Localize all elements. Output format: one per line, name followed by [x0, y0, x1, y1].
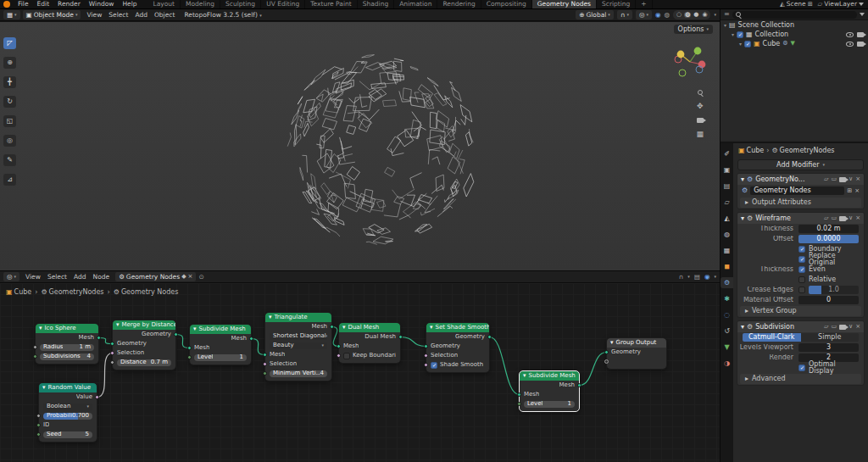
extras-menu-icon[interactable]: ∨: [849, 324, 853, 330]
node-dual-mesh[interactable]: ▾Dual MeshDual MeshMeshKeep Boundaries: [339, 323, 400, 363]
display-render-icon[interactable]: [839, 325, 846, 330]
pan-icon[interactable]: ✥: [697, 103, 704, 110]
properties-tab-world[interactable]: ◍: [721, 229, 733, 240]
level-input-socket[interactable]: [517, 402, 521, 406]
value-output-socket[interactable]: [95, 395, 99, 399]
node-canvas[interactable]: ▣Cube›⚙GeometryNodes›⚙Geometry Nodes ▾Ic…: [0, 283, 720, 462]
node-merge-by-distance[interactable]: ▾Merge by DistanceGeometryGeometrySelect…: [113, 320, 175, 370]
extras-menu-icon[interactable]: ∨: [849, 215, 853, 221]
extras-menu-icon[interactable]: ∨: [849, 176, 853, 182]
mesh-input-socket[interactable]: [517, 392, 521, 397]
node-group-selector[interactable]: ⚙ Geometry Nodes ◆ ×: [115, 272, 196, 281]
node-header[interactable]: ▾Group Output: [607, 338, 666, 348]
node-editor-type-button[interactable]: ◎▾: [3, 272, 19, 281]
even-checkbox[interactable]: [798, 266, 805, 273]
viewport-menu-add[interactable]: Add: [131, 12, 151, 19]
camera-icon[interactable]: [697, 118, 704, 123]
new-scene-icon[interactable]: ⊞: [808, 2, 813, 8]
display-editmode-icon[interactable]: ▱: [824, 324, 828, 330]
collapse-icon[interactable]: ▾: [39, 326, 42, 331]
disclosure-icon[interactable]: ▾: [724, 23, 726, 28]
empty-input-socket[interactable]: [604, 359, 609, 364]
hide-in-viewport-icon[interactable]: [846, 42, 854, 47]
node-subdivide-mesh-1[interactable]: ▾Subdivide MeshMeshMeshLevel1: [190, 325, 251, 365]
level-field[interactable]: Level1: [524, 401, 575, 408]
shade-smooth-checkbox[interactable]: [431, 362, 437, 369]
mesh-output-socket[interactable]: [249, 337, 253, 341]
display-render-icon[interactable]: [839, 216, 846, 221]
menu-edit[interactable]: Edit: [33, 0, 54, 8]
menu-render[interactable]: Render: [53, 0, 85, 8]
properties-tab-object-data[interactable]: ▼: [721, 342, 733, 353]
tool-measure[interactable]: ⊿: [3, 174, 16, 186]
collapse-icon[interactable]: ▾: [523, 373, 526, 379]
workspace-tab-sculpting[interactable]: Sculpting: [220, 0, 261, 8]
viewport-menu-select[interactable]: Select: [105, 12, 131, 19]
selection-input-socket[interactable]: [110, 351, 114, 355]
node-random-value[interactable]: ▾Random ValueValueBoolean▾Probability0.7…: [39, 383, 97, 442]
node-set-shade-smooth[interactable]: ▾Set Shade SmoothGeometryGeometrySelecti…: [426, 323, 489, 372]
subpanel-vertex-group[interactable]: ▸Vertex Group: [740, 306, 861, 316]
3d-viewport[interactable]: ◸⊕╋↻◱◎✎⊿ Options ▾ ✥▦: [0, 22, 720, 270]
crease-weight-slider[interactable]: 1.0: [809, 286, 859, 294]
level-input-socket[interactable]: [187, 355, 192, 359]
workspace-tab-compositing[interactable]: Compositing: [481, 0, 532, 8]
geometry-input-socket[interactable]: [604, 350, 609, 354]
properties-tab-output[interactable]: ▤: [721, 181, 733, 192]
hide-in-viewport-icon[interactable]: [846, 32, 854, 37]
tool-box-select[interactable]: ◸: [3, 37, 16, 49]
disclosure-icon[interactable]: ▾: [739, 42, 742, 47]
disclosure-icon[interactable]: ▾: [732, 32, 734, 37]
modifier-header-geometryno[interactable]: ▾⚙GeometryNo...▱▭∨×: [737, 174, 864, 185]
properties-tab-material[interactable]: ◑: [721, 358, 733, 369]
node-group-name-field[interactable]: Geometry Nodes: [750, 186, 844, 195]
display-realtime-icon[interactable]: ▭: [831, 324, 837, 330]
node-breadcrumb-segment-cube[interactable]: ▣Cube: [6, 289, 31, 296]
selection-input-socket[interactable]: [424, 353, 428, 358]
properties-tab-scene[interactable]: ◭: [721, 213, 733, 224]
node-group-output[interactable]: ▾Group OutputGeometry: [607, 338, 666, 369]
probability-field[interactable]: Probability0.700: [43, 413, 92, 420]
collapse-icon[interactable]: ▾: [193, 326, 197, 332]
ortho-icon[interactable]: ▦: [696, 131, 704, 138]
mesh-input-socket[interactable]: [263, 353, 267, 357]
node-header[interactable]: ▾Set Shade Smooth: [426, 323, 489, 332]
mesh-input-socket[interactable]: [187, 346, 192, 350]
geometry-output-socket[interactable]: [487, 335, 492, 339]
field-levels-viewport[interactable]: 3: [798, 343, 859, 352]
snapping-selector[interactable]: ∩▾: [617, 10, 632, 19]
shading-solid-icon[interactable]: ◍: [684, 12, 691, 18]
distance-input-socket[interactable]: [110, 360, 114, 365]
node-snapping-dropdown-icon[interactable]: ▾: [687, 275, 690, 279]
optimal-display-checkbox[interactable]: [798, 365, 805, 371]
editor-type-button[interactable]: ▦▾: [3, 10, 20, 19]
workspace-tab-layout[interactable]: Layout: [147, 0, 181, 8]
workspace-tab-rendering[interactable]: Rendering: [437, 0, 481, 8]
shading-rendered-icon[interactable]: ◉: [701, 12, 708, 18]
workspace-tab-uv-editing[interactable]: UV Editing: [261, 0, 305, 8]
mode-selector[interactable]: ▣ Object Mode ▾: [23, 10, 81, 19]
unlink-datablock-icon[interactable]: ×: [188, 274, 193, 280]
overlays-icon[interactable]: ◉: [655, 12, 661, 19]
workspace-tab-animation[interactable]: Animation: [394, 0, 437, 8]
beauty-dropdown[interactable]: Beauty▾: [270, 342, 327, 349]
scene-selector[interactable]: ◭ Scene ⊞: [780, 1, 813, 8]
field-offset[interactable]: 0.0000: [798, 235, 859, 243]
outliner-checkbox[interactable]: [744, 41, 751, 47]
selection-input-socket[interactable]: [263, 362, 267, 366]
tool-annotate[interactable]: ✎: [3, 154, 16, 166]
tool-transform[interactable]: ◎: [3, 135, 16, 147]
node-ico-sphere[interactable]: ▾Ico SphereMeshRadius1 mSubdivisions4: [36, 324, 98, 364]
collapse-icon[interactable]: ▾: [116, 322, 120, 328]
subdivisions-input-socket[interactable]: [33, 354, 37, 359]
navigation-gizmo[interactable]: [670, 42, 709, 81]
viewport-menu-view[interactable]: View: [83, 12, 105, 19]
new-node-group-icon[interactable]: ⊞: [847, 188, 852, 194]
expand-icon[interactable]: ▾: [741, 176, 744, 183]
mesh-output-socket[interactable]: [97, 336, 101, 340]
outliner-row-scene-collection[interactable]: ▾▤Scene Collection: [721, 20, 868, 30]
id-input-socket[interactable]: [36, 423, 41, 427]
node-menu-node[interactable]: Node: [90, 274, 114, 281]
menu-file[interactable]: File: [14, 0, 33, 8]
add-workspace-button[interactable]: +: [636, 0, 652, 8]
